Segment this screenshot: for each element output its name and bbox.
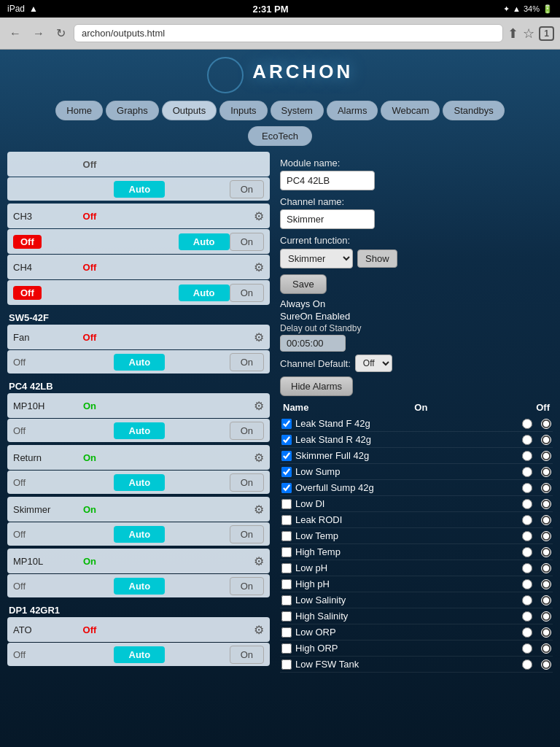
nav-outputs[interactable]: Outputs: [162, 101, 217, 120]
alarm-checkbox[interactable]: [281, 499, 292, 509]
forward-button[interactable]: →: [29, 26, 48, 42]
alarm-on-radio[interactable]: [522, 611, 532, 622]
alarm-off-radio[interactable]: [541, 611, 551, 622]
alarm-on-radio[interactable]: [522, 419, 532, 429]
alarm-off-radio[interactable]: [541, 627, 551, 638]
alarm-checkbox[interactable]: [281, 515, 292, 525]
nav-webcam[interactable]: Webcam: [381, 101, 440, 120]
alarm-on-radio[interactable]: [522, 659, 532, 670]
alarm-on-radio[interactable]: [522, 563, 532, 573]
ato-gear-icon[interactable]: ⚙: [254, 623, 264, 637]
function-select[interactable]: Skimmer Return MP10H MP10L: [280, 249, 353, 268]
sw5-on-btn[interactable]: On: [230, 353, 264, 371]
skimmer-gear-icon[interactable]: ⚙: [254, 503, 264, 516]
alarm-checkbox[interactable]: [281, 627, 292, 638]
nav-alarms[interactable]: Alarms: [327, 101, 378, 120]
alarm-on-radio[interactable]: [522, 627, 532, 638]
browser-bar: ← → ↻ ⬆ ☆ 1: [0, 18, 560, 50]
alarm-on-radio[interactable]: [522, 579, 532, 589]
show-button[interactable]: Show: [357, 249, 397, 268]
alarm-off-radio[interactable]: [541, 435, 551, 445]
ecotech-button[interactable]: EcoTech: [248, 126, 312, 146]
ch3-gear-icon[interactable]: ⚙: [254, 209, 264, 223]
alarm-checkbox[interactable]: [281, 483, 292, 493]
url-input[interactable]: [74, 24, 503, 42]
alarm-off-radio[interactable]: [541, 499, 551, 509]
alarm-checkbox[interactable]: [281, 547, 292, 557]
bookmark-button[interactable]: ☆: [523, 26, 534, 42]
auto-btn-ch4a[interactable]: Auto: [179, 233, 230, 250]
alarm-on-radio[interactable]: [522, 531, 532, 541]
alarm-off-radio[interactable]: [541, 467, 551, 477]
skimmer-on-btn[interactable]: On: [230, 525, 264, 543]
tab-count[interactable]: 1: [539, 26, 554, 41]
alarm-off-radio[interactable]: [541, 451, 551, 461]
alarm-on-radio[interactable]: [522, 451, 532, 461]
default-select[interactable]: Off On: [355, 355, 392, 372]
hide-alarms-button[interactable]: Hide Alarms: [280, 376, 353, 396]
alarm-off-radio[interactable]: [541, 419, 551, 429]
nav-standbys[interactable]: Standbys: [443, 101, 504, 120]
on-btn-ch4a[interactable]: On: [230, 233, 264, 251]
mp10h-gear-icon[interactable]: ⚙: [254, 399, 264, 413]
alarm-on-radio[interactable]: [522, 499, 532, 509]
ch-status-1: Off: [71, 159, 108, 170]
share-button[interactable]: ⬆: [508, 26, 518, 42]
return-auto-btn[interactable]: Auto: [114, 474, 165, 491]
alarm-off-radio[interactable]: [541, 531, 551, 541]
return-gear-icon[interactable]: ⚙: [254, 451, 264, 465]
alarm-checkbox[interactable]: [281, 435, 292, 445]
reload-button[interactable]: ↻: [52, 25, 69, 42]
alarm-on-radio[interactable]: [522, 515, 532, 525]
alarm-on-radio[interactable]: [522, 483, 532, 493]
alarm-on-radio[interactable]: [522, 643, 532, 654]
mp10h-on-btn[interactable]: On: [230, 422, 264, 440]
alarm-off-radio[interactable]: [541, 515, 551, 525]
alarm-checkbox[interactable]: [281, 579, 292, 589]
mp10l-auto-btn[interactable]: Auto: [114, 578, 165, 595]
mp10l-gear-icon[interactable]: ⚙: [254, 554, 264, 568]
alarm-off-radio[interactable]: [541, 563, 551, 573]
alarm-on-radio[interactable]: [522, 435, 532, 445]
sw5-auto-btn[interactable]: Auto: [114, 354, 165, 371]
on-btn-ch4b[interactable]: On: [230, 284, 264, 302]
auto-btn-1[interactable]: Auto: [114, 181, 165, 198]
ato-auto-btn[interactable]: Auto: [114, 646, 165, 663]
nav-system[interactable]: System: [271, 101, 324, 120]
alarm-checkbox[interactable]: [281, 451, 292, 461]
nav-graphs[interactable]: Graphs: [106, 101, 159, 120]
nav-inputs[interactable]: Inputs: [219, 101, 267, 120]
channel-name-input[interactable]: [280, 209, 375, 229]
alarm-checkbox[interactable]: [281, 419, 292, 429]
nav-home[interactable]: Home: [55, 101, 103, 120]
skimmer-auto-btn[interactable]: Auto: [114, 526, 165, 543]
alarm-on-radio[interactable]: [522, 547, 532, 557]
alarm-checkbox[interactable]: [281, 643, 292, 654]
alarm-on-radio[interactable]: [522, 595, 532, 605]
alarm-on-radio[interactable]: [522, 467, 532, 477]
alarm-checkbox[interactable]: [281, 563, 292, 573]
return-on-btn[interactable]: On: [230, 473, 264, 492]
save-button[interactable]: Save: [280, 274, 327, 294]
ch4-gear-icon[interactable]: ⚙: [254, 260, 264, 274]
alarm-checkbox[interactable]: [281, 611, 292, 622]
auto-btn-ch4b[interactable]: Auto: [179, 285, 230, 301]
alarm-checkbox[interactable]: [281, 595, 292, 605]
alarm-checkbox[interactable]: [281, 531, 292, 541]
module-name-input[interactable]: [280, 171, 375, 190]
alarm-off-radio[interactable]: [541, 483, 551, 493]
sw5-fan-gear-icon[interactable]: ⚙: [254, 330, 264, 344]
alarm-off-radio[interactable]: [541, 659, 551, 670]
alarm-off-radio[interactable]: [541, 579, 551, 589]
alarm-checkbox[interactable]: [281, 659, 292, 670]
delay-time-input[interactable]: [280, 335, 346, 352]
alarm-off-radio[interactable]: [541, 643, 551, 654]
on-btn-1[interactable]: On: [230, 180, 264, 198]
alarm-checkbox[interactable]: [281, 467, 292, 477]
ato-on-btn[interactable]: On: [230, 646, 264, 664]
alarm-off-radio[interactable]: [541, 547, 551, 557]
mp10l-on-btn[interactable]: On: [230, 577, 264, 595]
mp10h-auto-btn[interactable]: Auto: [114, 422, 165, 439]
alarm-off-radio[interactable]: [541, 595, 551, 605]
back-button[interactable]: ←: [6, 26, 25, 42]
